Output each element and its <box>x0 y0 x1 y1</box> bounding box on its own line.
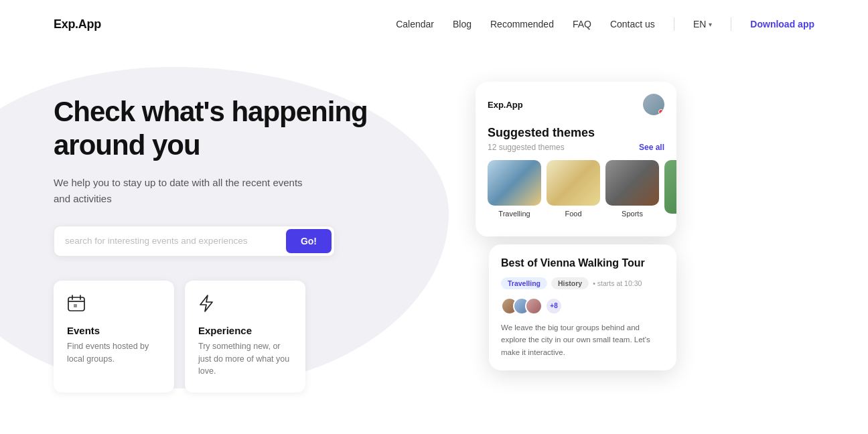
main-content: Check what's happening around you We hel… <box>0 48 868 434</box>
hero-subtitle: We help you to stay up to date with all … <box>54 175 308 207</box>
tour-tags: Travelling History • starts at 10:30 <box>501 277 664 289</box>
theme-food: Food <box>547 160 600 218</box>
theme-images: Travelling Food Sports <box>488 160 664 218</box>
theme-img-extra <box>664 160 676 214</box>
page-wrapper: Exp.App Calendar Blog Recommended FAQ Co… <box>0 0 868 434</box>
svg-rect-4 <box>74 304 77 307</box>
app-card-logo: Exp.App <box>488 100 523 110</box>
theme-label-sports: Sports <box>622 210 643 218</box>
avatar-notification-dot <box>658 109 664 115</box>
nav-faq[interactable]: FAQ <box>573 19 591 29</box>
nav-calendar[interactable]: Calendar <box>396 19 434 29</box>
nav-recommended[interactable]: Recommended <box>490 19 554 29</box>
app-card-tour: Best of Vienna Walking Tour Travelling H… <box>489 244 676 370</box>
theme-travelling: Travelling <box>488 160 541 218</box>
nav-divider-2 <box>731 17 731 31</box>
nav-lang[interactable]: EN ▾ <box>693 19 712 29</box>
right-content: Exp.App Suggested themes 12 suggested th… <box>469 82 683 370</box>
tour-desc: We leave the big tour groups behind and … <box>501 321 664 358</box>
logo: Exp.App <box>54 17 101 31</box>
feature-card-events: Events Find events hosted by local group… <box>54 281 174 392</box>
theme-extra <box>664 160 676 218</box>
tour-avatar-3 <box>525 297 542 315</box>
themes-count: 12 suggested themes <box>488 143 565 152</box>
header: Exp.App Calendar Blog Recommended FAQ Co… <box>0 0 868 48</box>
nav-divider-1 <box>674 17 674 31</box>
lightning-icon <box>198 294 214 317</box>
tour-avatar-plus: +8 <box>545 297 563 315</box>
nav-contact[interactable]: Contact us <box>610 19 655 29</box>
theme-img-sports <box>605 160 659 206</box>
theme-label-travelling: Travelling <box>498 210 530 218</box>
tour-title: Best of Vienna Walking Tour <box>501 257 664 271</box>
left-content: Check what's happening around you We hel… <box>54 88 429 392</box>
search-input[interactable] <box>65 236 286 246</box>
tag-history: History <box>551 277 589 289</box>
app-card-header: Exp.App <box>488 94 664 115</box>
suggested-themes-title: Suggested themes <box>488 126 664 140</box>
nav: Calendar Blog Recommended FAQ Contact us… <box>396 17 814 31</box>
feature-experience-title: Experience <box>198 325 292 336</box>
avatar <box>643 94 664 115</box>
theme-img-travelling <box>488 160 541 206</box>
calendar-icon <box>67 294 161 317</box>
feature-events-title: Events <box>67 325 161 336</box>
app-card-suggested-themes: Exp.App Suggested themes 12 suggested th… <box>476 82 676 236</box>
chevron-down-icon: ▾ <box>709 21 712 28</box>
tour-avatars: +8 <box>501 297 664 315</box>
nav-blog[interactable]: Blog <box>453 19 472 29</box>
feature-experience-desc: Try something new, or just do more of wh… <box>198 340 292 378</box>
tour-time: • starts at 10:30 <box>593 279 642 287</box>
see-all-link[interactable]: See all <box>639 143 664 152</box>
theme-label-food: Food <box>565 210 581 218</box>
theme-img-food <box>547 160 600 206</box>
tag-travelling: Travelling <box>501 277 547 289</box>
hero-title: Check what's happening around you <box>54 95 429 163</box>
feature-card-experience: Experience Try something new, or just do… <box>185 281 305 392</box>
feature-cards: Events Find events hosted by local group… <box>54 281 388 392</box>
theme-sports: Sports <box>605 160 659 218</box>
download-app-button[interactable]: Download app <box>750 19 814 29</box>
search-bar: Go! <box>54 226 335 257</box>
feature-events-desc: Find events hosted by local groups. <box>67 340 161 366</box>
go-button[interactable]: Go! <box>286 229 332 253</box>
suggested-themes-sub: 12 suggested themes See all <box>488 143 664 152</box>
